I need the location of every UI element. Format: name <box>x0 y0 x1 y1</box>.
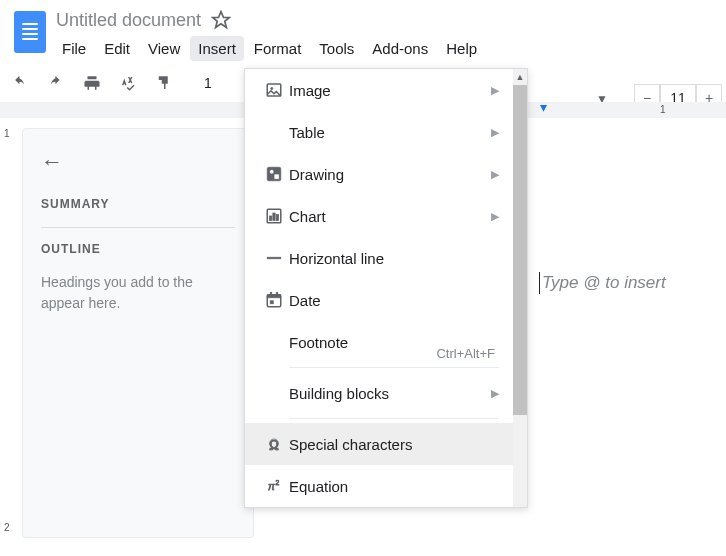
svg-rect-12 <box>267 295 281 298</box>
menu-add-ons[interactable]: Add-ons <box>364 36 436 61</box>
svg-rect-7 <box>270 216 272 221</box>
undo-button[interactable] <box>6 69 34 97</box>
insert-menu-footnote[interactable]: FootnoteCtrl+Alt+F <box>245 321 513 363</box>
svg-point-2 <box>271 87 273 89</box>
svg-text:2: 2 <box>276 479 280 486</box>
menu-scrollbar[interactable]: ▲ <box>513 69 527 507</box>
paint-format-button[interactable] <box>150 69 178 97</box>
insert-menu-drawing-label: Drawing <box>289 166 491 183</box>
submenu-caret-icon: ▶ <box>491 84 499 97</box>
svg-rect-9 <box>276 215 278 221</box>
document-title[interactable]: Untitled document <box>56 10 201 31</box>
submenu-caret-icon: ▶ <box>491 126 499 139</box>
submenu-caret-icon: ▶ <box>491 168 499 181</box>
drawing-icon <box>259 165 289 183</box>
svg-rect-15 <box>270 301 273 304</box>
title-area: Untitled document FileEditViewInsertForm… <box>52 6 718 62</box>
svg-text:Ω: Ω <box>270 438 279 452</box>
pi-icon: π2 <box>259 477 289 495</box>
menu-file[interactable]: File <box>54 36 94 61</box>
menubar: FileEditViewInsertFormatToolsAdd-onsHelp <box>52 34 718 62</box>
insert-menu-equation-label: Equation <box>289 478 499 495</box>
menu-insert[interactable]: Insert <box>190 36 244 61</box>
menu-tools[interactable]: Tools <box>311 36 362 61</box>
docs-logo-icon <box>14 11 46 53</box>
header: Untitled document FileEditViewInsertForm… <box>0 0 726 62</box>
scroll-up-icon[interactable]: ▲ <box>513 69 527 85</box>
svg-rect-8 <box>273 213 275 221</box>
vruler-mark-2: 2 <box>4 522 10 533</box>
insert-menu-hr-label: Horizontal line <box>289 250 499 267</box>
insert-menu-image-label: Image <box>289 82 491 99</box>
svg-marker-0 <box>213 12 230 28</box>
submenu-caret-icon: ▶ <box>491 387 499 400</box>
insert-menu-building-label: Building blocks <box>289 385 491 402</box>
insert-menu-special-label: Special characters <box>289 436 499 453</box>
insert-menu-table-label: Table <box>289 124 491 141</box>
svg-point-4 <box>270 170 275 175</box>
hr-icon <box>259 249 289 267</box>
vruler-mark-1: 1 <box>4 128 10 139</box>
scroll-thumb[interactable] <box>513 85 527 415</box>
outline-heading: OUTLINE <box>41 242 235 256</box>
menu-edit[interactable]: Edit <box>96 36 138 61</box>
ruler-mark-1: 1 <box>660 104 666 115</box>
menu-separator <box>289 367 499 368</box>
sidebar-divider <box>41 227 235 228</box>
page-placeholder: Type @ to insert <box>539 272 666 294</box>
svg-rect-14 <box>276 293 278 296</box>
star-icon[interactable] <box>211 10 231 30</box>
svg-rect-10 <box>267 257 281 259</box>
outline-hint-text: Headings you add to theappear here. <box>41 272 235 314</box>
print-button[interactable] <box>78 69 106 97</box>
image-icon <box>259 81 289 99</box>
insert-menu-equation[interactable]: π2Equation <box>245 465 513 507</box>
summary-heading: SUMMARY <box>41 197 235 211</box>
insert-menu-special[interactable]: ΩSpecial characters <box>245 423 513 465</box>
indent-marker-icon[interactable]: ▾ <box>540 99 547 115</box>
menu-help[interactable]: Help <box>438 36 485 61</box>
submenu-caret-icon: ▶ <box>491 210 499 223</box>
menu-separator <box>289 418 499 419</box>
insert-menu-image[interactable]: Image▶ <box>245 69 513 111</box>
insert-menu-hr[interactable]: Horizontal line <box>245 237 513 279</box>
insert-menu-chart-label: Chart <box>289 208 491 225</box>
omega-icon: Ω <box>259 435 289 453</box>
insert-menu-building[interactable]: Building blocks▶ <box>245 372 513 414</box>
svg-rect-13 <box>270 293 272 296</box>
menu-format[interactable]: Format <box>246 36 310 61</box>
docs-logo[interactable] <box>8 6 52 58</box>
insert-menu-date-label: Date <box>289 292 499 309</box>
back-arrow-button[interactable]: ← <box>41 149 235 175</box>
insert-menu-footnote-shortcut: Ctrl+Alt+F <box>436 346 495 361</box>
menu-view[interactable]: View <box>140 36 188 61</box>
insert-menu-drawing[interactable]: Drawing▶ <box>245 153 513 195</box>
vertical-ruler[interactable]: 1 2 <box>0 118 18 548</box>
insert-menu-table[interactable]: Table▶ <box>245 111 513 153</box>
date-icon <box>259 291 289 309</box>
svg-rect-5 <box>274 174 279 179</box>
zoom-value-partial: 1 <box>204 75 212 91</box>
redo-button[interactable] <box>42 69 70 97</box>
insert-menu-date[interactable]: Date <box>245 279 513 321</box>
outline-sidebar: ← SUMMARY OUTLINE Headings you add to th… <box>22 128 254 538</box>
insert-menu-chart[interactable]: Chart▶ <box>245 195 513 237</box>
chart-icon <box>259 207 289 225</box>
insert-menu: Image▶Table▶Drawing▶Chart▶Horizontal lin… <box>244 68 528 508</box>
spellcheck-button[interactable] <box>114 69 142 97</box>
